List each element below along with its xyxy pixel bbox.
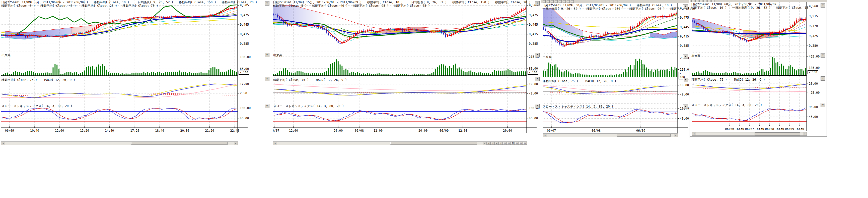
pane-scale-dropdown-button[interactable]: ▼ — [535, 53, 539, 57]
y-axis-tick-label: -25.00 — [809, 91, 819, 94]
pane-scale-dropdown-button[interactable]: ▼ — [265, 53, 270, 57]
volume-pane-label: 出来高 — [691, 54, 701, 58]
horizontal-scrollbar[interactable]: ◄► — [542, 134, 678, 137]
y-axis-tick-label: 9,515 — [809, 14, 818, 18]
y-axis-tick-label: 65.00 — [240, 67, 249, 70]
scrollbar-track[interactable] — [696, 133, 803, 136]
y-axis-tick-label: 9,385 — [240, 42, 249, 46]
scrollbar-thumb[interactable] — [390, 142, 477, 145]
macd-pane-label: 移動平均( Close, 75 ) MACD( 12, 26, 9 ) — [691, 78, 765, 82]
pane-scale-dropdown-button[interactable]: ▼ — [265, 104, 270, 108]
background-window-toolbar-sliver — [690, 0, 827, 2]
scrollbar-left-arrow[interactable]: ◄ — [692, 133, 696, 136]
chart-plot-area[interactable]: 9,5609,5159,4709,4259,380465.00185.0020.… — [692, 2, 827, 132]
stochastics-series — [1, 108, 238, 122]
x-axis-tick-label: 06/09 — [5, 129, 14, 133]
x-axis-tick-label: 06/09 — [636, 129, 645, 133]
scrollbar-left-arrow[interactable]: ◄ — [273, 142, 277, 145]
y-axis-tick-label: -8.00 — [680, 93, 689, 96]
pane-scale-dropdown-button[interactable]: ▼ — [820, 76, 825, 81]
y-axis-tick-label: 18.00 — [680, 83, 689, 87]
y-axis-tick-label: 9,470 — [809, 24, 818, 28]
pane-scale-dropdown-button[interactable]: ▼ — [535, 104, 539, 108]
x-axis-tick-label: 17:20 — [130, 129, 139, 133]
chart-tool-button[interactable]: + — [487, 142, 491, 145]
pane-scale-dropdown-button[interactable]: ▼ — [820, 53, 825, 58]
scrollbar-thumb[interactable] — [754, 133, 800, 136]
chart-tool-button[interactable]: M — [511, 142, 515, 145]
stoch-k-line — [274, 109, 526, 121]
x-axis-tick-label: 12:00 — [55, 129, 64, 133]
x-axis-tick-label: 06/08 — [592, 129, 600, 133]
pane-scale-dropdown-button[interactable]: ▼ — [820, 103, 825, 107]
background-toolbar-button — [708, 0, 710, 2]
stoch-d-line — [274, 109, 526, 121]
pane-scale-dropdown-button[interactable]: ▼ — [683, 78, 688, 82]
background-toolbar-button — [559, 0, 562, 3]
scrollbar-thumb[interactable] — [131, 142, 227, 145]
scrollbar-track[interactable] — [547, 134, 674, 137]
chart-plot-area[interactable]: 9,5059,4759,4459,4159,385215.0080.0019.0… — [273, 0, 541, 134]
gridlines — [542, 3, 678, 128]
chart-plot-area[interactable]: 9,5059,4759,4459,4159,385180.0065.0017.5… — [1, 0, 271, 134]
y-axis-tick-label: 19.00 — [529, 82, 538, 86]
x-axis-tick-label: 10:40 — [30, 129, 39, 133]
y-axis-tick-label: 40.00 — [680, 117, 689, 120]
scrollbar-track[interactable] — [5, 142, 234, 145]
scrollbar-right-arrow[interactable]: ► — [674, 134, 678, 137]
background-toolbar-button — [547, 0, 550, 3]
chart-tool-button[interactable]: □ — [523, 142, 527, 145]
y-axis-tick-label: 9,415 — [680, 35, 689, 38]
scrollbar-right-arrow[interactable]: ► — [483, 142, 487, 145]
chart-tool-button[interactable]: ↔ — [495, 142, 499, 145]
pane-scale-dropdown-button[interactable]: ▼ — [535, 77, 539, 81]
volume-pane-label: 出来高 — [542, 55, 552, 59]
y-axis-tick-label: 17.50 — [240, 82, 249, 86]
horizontal-scrollbar[interactable]: ◄► — [692, 132, 807, 136]
chart-tool-button[interactable]: □ — [503, 142, 507, 145]
scrollbar-right-arrow[interactable]: ► — [234, 142, 238, 145]
y-axis-tick-label: 80.00 — [529, 67, 538, 70]
chart-plot-area[interactable]: 9,5059,4759,4459,4159,385280.00110.0018.… — [542, 3, 689, 134]
x-axis-tick-label: 06/07 — [273, 129, 279, 133]
volume-multiplier-badge: × 100 — [239, 70, 249, 75]
horizontal-scrollbar[interactable]: ◄►+-↔↕□□M□□□ — [273, 141, 527, 145]
x-axis-tick-label: 12:00 — [374, 129, 382, 133]
background-toolbar-button — [691, 0, 694, 2]
volume-series — [692, 57, 807, 76]
x-axis-tick-label: 20:00 — [503, 129, 512, 133]
scrollbar-left-arrow[interactable]: ◄ — [543, 134, 547, 137]
y-axis-tick-label: 9,445 — [529, 23, 538, 26]
chart-tool-button[interactable]: □ — [507, 142, 511, 145]
scrollbar-right-arrow[interactable]: ► — [803, 133, 807, 136]
y-axis-tick-label: 180.00 — [240, 55, 251, 59]
pane-scale-dropdown-button[interactable]: ▼ — [535, 1, 539, 5]
chart-tool-button[interactable]: □ — [519, 142, 523, 145]
pane-scale-dropdown-button[interactable]: ▼ — [265, 77, 270, 81]
x-axis-tick-label: 14:40 — [105, 129, 114, 133]
stochastics-pane-label: スロー・ストキャスティクス( 14, 3, 80, 20 ) — [542, 105, 613, 109]
background-toolbar-button — [571, 0, 574, 3]
horizontal-scrollbar[interactable]: ◄► — [1, 141, 238, 145]
scrollbar-left-arrow[interactable]: ◄ — [1, 142, 5, 145]
y-axis-tick-label: 40.00 — [529, 117, 538, 120]
chart-tool-button[interactable]: - — [491, 142, 495, 145]
chart-tool-button[interactable]: □ — [515, 142, 519, 145]
pane-scale-dropdown-button[interactable]: ▼ — [820, 3, 825, 7]
background-toolbar-button — [711, 0, 714, 2]
scrollbar-thumb[interactable] — [617, 134, 671, 137]
y-axis-tick-label: 9,385 — [680, 44, 689, 48]
volume-series — [1, 64, 238, 76]
y-axis-tick-label: 185.00 — [809, 66, 819, 69]
macd-pane-label: 移動平均( Close, 75 ) MACD( 12, 26, 9 ) — [1, 78, 75, 82]
macd-pane-label: 移動平均( Close, 75 ) MACD( 12, 26, 9 ) — [542, 79, 616, 83]
pane-scale-dropdown-button[interactable]: ▼ — [683, 105, 688, 109]
pane-scale-dropdown-button[interactable]: ▼ — [683, 55, 688, 59]
pane-scale-dropdown-button[interactable]: ▼ — [265, 1, 270, 5]
y-axis-tick-label: 9,415 — [240, 32, 249, 36]
stochastics-pane-label: スロー・ストキャスティクス( 14, 3, 80, 20 ) — [691, 103, 762, 107]
chart-tool-button[interactable]: ↕ — [499, 142, 503, 145]
scrollbar-track[interactable] — [277, 142, 483, 145]
y-axis-tick-label: 110.00 — [680, 68, 689, 72]
pane-scale-dropdown-button[interactable]: ▼ — [683, 4, 688, 8]
